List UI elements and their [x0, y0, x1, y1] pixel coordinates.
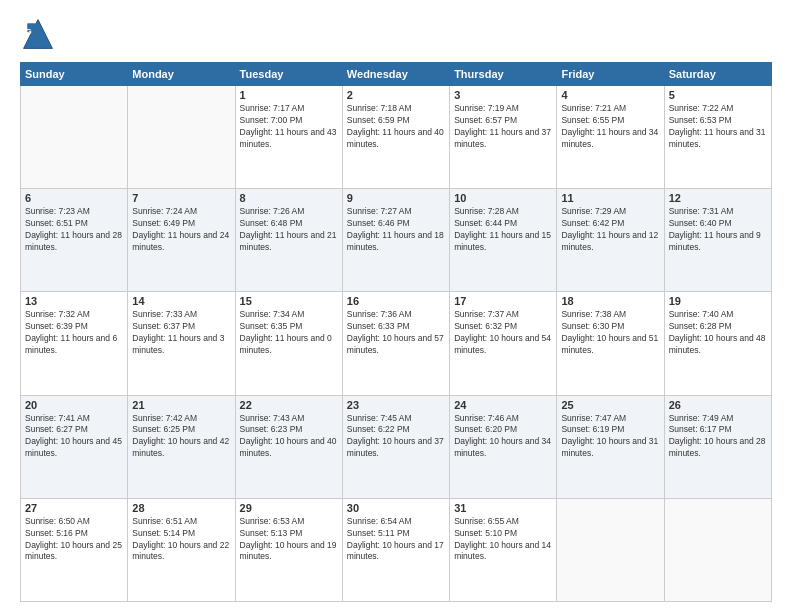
day-info: Sunrise: 7:36 AMSunset: 6:33 PMDaylight:… — [347, 309, 445, 357]
day-info: Sunrise: 7:47 AMSunset: 6:19 PMDaylight:… — [561, 413, 659, 461]
day-number: 3 — [454, 89, 552, 101]
day-info: Sunrise: 6:50 AMSunset: 5:16 PMDaylight:… — [25, 516, 123, 564]
calendar-cell: 20Sunrise: 7:41 AMSunset: 6:27 PMDayligh… — [21, 395, 128, 498]
day-info: Sunrise: 7:38 AMSunset: 6:30 PMDaylight:… — [561, 309, 659, 357]
day-number: 13 — [25, 295, 123, 307]
day-info: Sunrise: 7:24 AMSunset: 6:49 PMDaylight:… — [132, 206, 230, 254]
day-number: 1 — [240, 89, 338, 101]
day-info: Sunrise: 7:45 AMSunset: 6:22 PMDaylight:… — [347, 413, 445, 461]
day-number: 16 — [347, 295, 445, 307]
day-info: Sunrise: 6:55 AMSunset: 5:10 PMDaylight:… — [454, 516, 552, 564]
week-row-4: 20Sunrise: 7:41 AMSunset: 6:27 PMDayligh… — [21, 395, 772, 498]
calendar-cell: 15Sunrise: 7:34 AMSunset: 6:35 PMDayligh… — [235, 292, 342, 395]
day-info: Sunrise: 7:28 AMSunset: 6:44 PMDaylight:… — [454, 206, 552, 254]
calendar-cell: 25Sunrise: 7:47 AMSunset: 6:19 PMDayligh… — [557, 395, 664, 498]
day-number: 10 — [454, 192, 552, 204]
day-info: Sunrise: 7:37 AMSunset: 6:32 PMDaylight:… — [454, 309, 552, 357]
calendar-cell: 16Sunrise: 7:36 AMSunset: 6:33 PMDayligh… — [342, 292, 449, 395]
day-number: 7 — [132, 192, 230, 204]
day-info: Sunrise: 7:26 AMSunset: 6:48 PMDaylight:… — [240, 206, 338, 254]
day-info: Sunrise: 7:17 AMSunset: 7:00 PMDaylight:… — [240, 103, 338, 151]
calendar-cell: 5Sunrise: 7:22 AMSunset: 6:53 PMDaylight… — [664, 86, 771, 189]
day-info: Sunrise: 7:22 AMSunset: 6:53 PMDaylight:… — [669, 103, 767, 151]
day-info: Sunrise: 7:29 AMSunset: 6:42 PMDaylight:… — [561, 206, 659, 254]
calendar-cell: 9Sunrise: 7:27 AMSunset: 6:46 PMDaylight… — [342, 189, 449, 292]
logo: G — [20, 16, 60, 52]
day-number: 18 — [561, 295, 659, 307]
day-info: Sunrise: 6:54 AMSunset: 5:11 PMDaylight:… — [347, 516, 445, 564]
day-number: 30 — [347, 502, 445, 514]
calendar-cell: 21Sunrise: 7:42 AMSunset: 6:25 PMDayligh… — [128, 395, 235, 498]
day-info: Sunrise: 7:31 AMSunset: 6:40 PMDaylight:… — [669, 206, 767, 254]
calendar-cell: 23Sunrise: 7:45 AMSunset: 6:22 PMDayligh… — [342, 395, 449, 498]
day-info: Sunrise: 7:46 AMSunset: 6:20 PMDaylight:… — [454, 413, 552, 461]
calendar-cell: 30Sunrise: 6:54 AMSunset: 5:11 PMDayligh… — [342, 498, 449, 601]
day-info: Sunrise: 7:23 AMSunset: 6:51 PMDaylight:… — [25, 206, 123, 254]
day-info: Sunrise: 7:34 AMSunset: 6:35 PMDaylight:… — [240, 309, 338, 357]
weekday-header-wednesday: Wednesday — [342, 63, 449, 86]
calendar-cell: 6Sunrise: 7:23 AMSunset: 6:51 PMDaylight… — [21, 189, 128, 292]
day-info: Sunrise: 6:51 AMSunset: 5:14 PMDaylight:… — [132, 516, 230, 564]
weekday-header-friday: Friday — [557, 63, 664, 86]
calendar-cell: 28Sunrise: 6:51 AMSunset: 5:14 PMDayligh… — [128, 498, 235, 601]
calendar-cell: 19Sunrise: 7:40 AMSunset: 6:28 PMDayligh… — [664, 292, 771, 395]
day-number: 27 — [25, 502, 123, 514]
week-row-2: 6Sunrise: 7:23 AMSunset: 6:51 PMDaylight… — [21, 189, 772, 292]
day-info: Sunrise: 7:21 AMSunset: 6:55 PMDaylight:… — [561, 103, 659, 151]
weekday-header-sunday: Sunday — [21, 63, 128, 86]
day-info: Sunrise: 7:49 AMSunset: 6:17 PMDaylight:… — [669, 413, 767, 461]
day-number: 12 — [669, 192, 767, 204]
day-number: 8 — [240, 192, 338, 204]
calendar-cell: 1Sunrise: 7:17 AMSunset: 7:00 PMDaylight… — [235, 86, 342, 189]
calendar-cell: 8Sunrise: 7:26 AMSunset: 6:48 PMDaylight… — [235, 189, 342, 292]
day-info: Sunrise: 7:42 AMSunset: 6:25 PMDaylight:… — [132, 413, 230, 461]
day-number: 5 — [669, 89, 767, 101]
day-number: 14 — [132, 295, 230, 307]
day-number: 20 — [25, 399, 123, 411]
calendar-cell: 22Sunrise: 7:43 AMSunset: 6:23 PMDayligh… — [235, 395, 342, 498]
weekday-header-saturday: Saturday — [664, 63, 771, 86]
calendar-cell: 24Sunrise: 7:46 AMSunset: 6:20 PMDayligh… — [450, 395, 557, 498]
day-number: 26 — [669, 399, 767, 411]
day-number: 15 — [240, 295, 338, 307]
day-number: 4 — [561, 89, 659, 101]
day-number: 9 — [347, 192, 445, 204]
calendar-cell: 11Sunrise: 7:29 AMSunset: 6:42 PMDayligh… — [557, 189, 664, 292]
day-number: 29 — [240, 502, 338, 514]
svg-text:G: G — [25, 27, 31, 36]
calendar-cell — [664, 498, 771, 601]
week-row-1: 1Sunrise: 7:17 AMSunset: 7:00 PMDaylight… — [21, 86, 772, 189]
calendar-cell: 10Sunrise: 7:28 AMSunset: 6:44 PMDayligh… — [450, 189, 557, 292]
calendar-cell: 18Sunrise: 7:38 AMSunset: 6:30 PMDayligh… — [557, 292, 664, 395]
weekday-header-thursday: Thursday — [450, 63, 557, 86]
week-row-5: 27Sunrise: 6:50 AMSunset: 5:16 PMDayligh… — [21, 498, 772, 601]
week-row-3: 13Sunrise: 7:32 AMSunset: 6:39 PMDayligh… — [21, 292, 772, 395]
header: G — [20, 16, 772, 52]
day-number: 25 — [561, 399, 659, 411]
calendar-cell: 17Sunrise: 7:37 AMSunset: 6:32 PMDayligh… — [450, 292, 557, 395]
day-number: 28 — [132, 502, 230, 514]
calendar-cell: 27Sunrise: 6:50 AMSunset: 5:16 PMDayligh… — [21, 498, 128, 601]
day-number: 23 — [347, 399, 445, 411]
weekday-header-row: SundayMondayTuesdayWednesdayThursdayFrid… — [21, 63, 772, 86]
day-info: Sunrise: 7:40 AMSunset: 6:28 PMDaylight:… — [669, 309, 767, 357]
calendar-cell: 14Sunrise: 7:33 AMSunset: 6:37 PMDayligh… — [128, 292, 235, 395]
logo-icon: G — [20, 16, 56, 52]
day-info: Sunrise: 7:18 AMSunset: 6:59 PMDaylight:… — [347, 103, 445, 151]
calendar-cell: 26Sunrise: 7:49 AMSunset: 6:17 PMDayligh… — [664, 395, 771, 498]
calendar-table: SundayMondayTuesdayWednesdayThursdayFrid… — [20, 62, 772, 602]
calendar-cell — [21, 86, 128, 189]
calendar-cell: 4Sunrise: 7:21 AMSunset: 6:55 PMDaylight… — [557, 86, 664, 189]
calendar-cell: 7Sunrise: 7:24 AMSunset: 6:49 PMDaylight… — [128, 189, 235, 292]
weekday-header-tuesday: Tuesday — [235, 63, 342, 86]
calendar-cell: 31Sunrise: 6:55 AMSunset: 5:10 PMDayligh… — [450, 498, 557, 601]
day-info: Sunrise: 7:27 AMSunset: 6:46 PMDaylight:… — [347, 206, 445, 254]
day-number: 11 — [561, 192, 659, 204]
day-number: 31 — [454, 502, 552, 514]
day-info: Sunrise: 7:41 AMSunset: 6:27 PMDaylight:… — [25, 413, 123, 461]
day-number: 19 — [669, 295, 767, 307]
day-number: 2 — [347, 89, 445, 101]
calendar-cell: 29Sunrise: 6:53 AMSunset: 5:13 PMDayligh… — [235, 498, 342, 601]
day-number: 21 — [132, 399, 230, 411]
calendar-cell — [557, 498, 664, 601]
